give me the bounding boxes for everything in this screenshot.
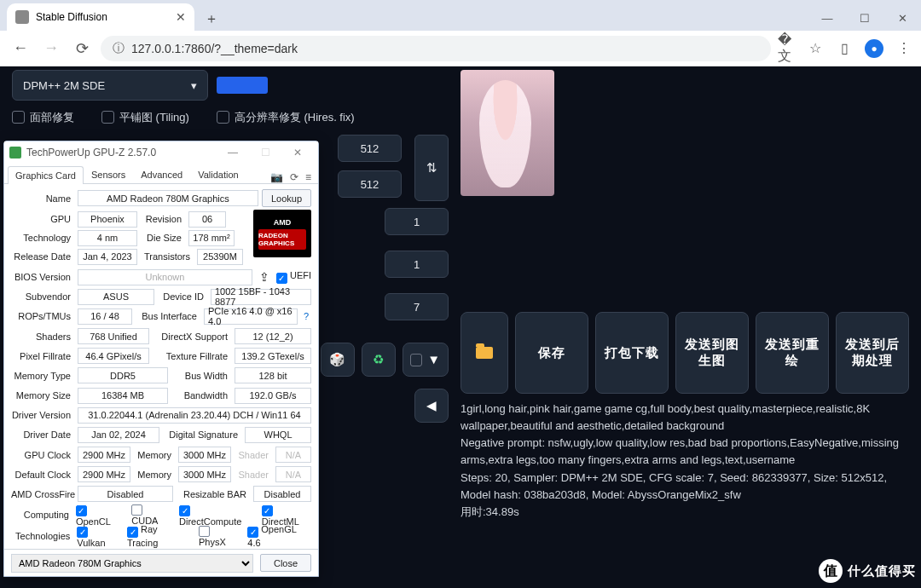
bookmark-icon[interactable]: ☆ bbox=[807, 40, 824, 57]
lbl-sh1: Shader bbox=[235, 450, 272, 460]
send-to-inpaint-button[interactable]: 发送到重绘 bbox=[756, 312, 829, 394]
tab-graphics-card[interactable]: Graphics Card bbox=[8, 166, 84, 184]
val-dx: 12 (12_2) bbox=[235, 328, 311, 344]
sampler-select[interactable]: DPM++ 2M SDE ▾ bbox=[12, 70, 208, 101]
share-icon[interactable]: ⇪ bbox=[256, 270, 273, 284]
reader-icon[interactable]: ▯ bbox=[836, 40, 853, 57]
profile-avatar[interactable]: ● bbox=[865, 39, 883, 58]
lbl-bw: Bus Width bbox=[171, 371, 231, 381]
cfg-input[interactable]: 7 bbox=[385, 293, 449, 320]
pack-download-button[interactable]: 打包下载 bbox=[595, 312, 669, 394]
face-restore-checkbox[interactable]: 面部修复 bbox=[12, 110, 74, 125]
forward-button[interactable]: → bbox=[39, 37, 63, 61]
lbl-band: Bandwidth bbox=[171, 390, 231, 401]
lbl-dclk: Default Clock bbox=[11, 470, 74, 480]
gpuz-close-button[interactable]: ✕ bbox=[282, 143, 313, 162]
watermark: 值 什么值得买 bbox=[819, 559, 916, 583]
val-pfill: 46.4 GPixel/s bbox=[78, 348, 149, 364]
lbl-rops: ROPs/TMUs bbox=[11, 311, 74, 321]
gpuz-minimize-button[interactable]: — bbox=[217, 143, 248, 162]
open-folder-button[interactable] bbox=[460, 312, 508, 394]
menu-icon[interactable]: ⋮ bbox=[895, 40, 912, 57]
cuda-checkbox[interactable]: CUDA bbox=[131, 504, 171, 526]
recycle-button[interactable]: ♻ bbox=[362, 343, 396, 377]
hamburger-icon[interactable]: ≡ bbox=[305, 171, 311, 183]
directml-checkbox[interactable]: DirectML bbox=[262, 503, 311, 527]
opencl-checkbox[interactable]: OpenCL bbox=[76, 503, 123, 527]
lbl-tfill: Texture Fillrate bbox=[153, 351, 231, 361]
lbl-dx: DirectX Support bbox=[153, 331, 231, 342]
close-tab-icon[interactable]: ✕ bbox=[176, 10, 186, 24]
negative-prompt-label: Negative prompt: bbox=[460, 436, 548, 449]
tab-sensors[interactable]: Sensors bbox=[84, 165, 133, 183]
generation-time: 用时:34.89s bbox=[460, 504, 909, 521]
vulkan-checkbox[interactable]: Vulkan bbox=[77, 524, 119, 548]
new-tab-button[interactable]: ＋ bbox=[200, 7, 223, 31]
val-die: 178 mm² bbox=[188, 230, 235, 246]
translate-icon[interactable]: �文 bbox=[778, 40, 795, 57]
opengl-checkbox[interactable]: OpenGL 4.6 bbox=[247, 524, 311, 548]
lbl-dmclk: Memory bbox=[134, 470, 175, 480]
folder-icon bbox=[476, 347, 493, 359]
bus-help-icon[interactable]: ? bbox=[301, 311, 311, 321]
screenshot-icon[interactable]: 📷 bbox=[270, 171, 283, 183]
gpuz-titlebar[interactable]: TechPowerUp GPU-Z 2.57.0 — ☐ ✕ bbox=[4, 141, 318, 164]
send-to-img2img-button[interactable]: 发送到图生图 bbox=[675, 312, 749, 394]
amd-logo: AMD RADEON GRAPHICS bbox=[253, 210, 311, 257]
gpuz-close-btn[interactable]: Close bbox=[260, 554, 311, 572]
swap-dimensions-button[interactable]: ⇅ bbox=[414, 135, 449, 201]
dice-button[interactable]: 🎲 bbox=[321, 343, 355, 377]
lbl-shaders: Shaders bbox=[11, 331, 74, 342]
val-dev: 1002 15BF - 1043 8877 bbox=[211, 289, 311, 305]
val-bios: Unknown bbox=[78, 269, 252, 285]
gpuz-window[interactable]: TechPowerUp GPU-Z 2.57.0 — ☐ ✕ Graphics … bbox=[3, 141, 319, 577]
uefi-checkbox[interactable]: UEFI bbox=[276, 270, 311, 284]
watermark-text: 什么值得买 bbox=[848, 563, 916, 579]
hires-fix-checkbox[interactable]: 高分辨率修复 (Hires. fix) bbox=[217, 110, 355, 125]
batch-count-input[interactable]: 1 bbox=[385, 208, 449, 235]
extra-toggle[interactable]: ▼ bbox=[403, 343, 449, 377]
val-bus: PCIe x16 4.0 @ x16 4.0 bbox=[204, 308, 298, 325]
reload-button[interactable]: ⟳ bbox=[70, 37, 94, 61]
val-ddate: Jan 02, 2024 bbox=[78, 427, 159, 443]
raytracing-checkbox[interactable]: Ray Tracing bbox=[127, 524, 190, 548]
window-close-button[interactable]: ✕ bbox=[883, 5, 921, 31]
val-tech: 4 nm bbox=[78, 230, 137, 246]
gpu-select[interactable]: AMD Radeon 780M Graphics bbox=[11, 554, 253, 573]
lbl-trans: Transistors bbox=[141, 251, 194, 262]
window-maximize-button[interactable]: ☐ bbox=[846, 5, 883, 31]
lbl-ddate: Driver Date bbox=[11, 429, 74, 440]
lbl-bus: Bus Interface bbox=[136, 311, 200, 321]
lbl-pfill: Pixel Fillrate bbox=[11, 351, 74, 361]
tab-advanced[interactable]: Advanced bbox=[133, 165, 190, 183]
browser-tab[interactable]: Stable Diffusion ✕ bbox=[7, 3, 194, 31]
progress-chip bbox=[217, 77, 268, 94]
val-sh2: N/A bbox=[275, 466, 311, 482]
address-bar[interactable]: ⓘ 127.0.0.1:7860/?__theme=dark bbox=[101, 36, 771, 61]
send-to-extras-button[interactable]: 发送到后期处理 bbox=[836, 312, 909, 394]
save-button[interactable]: 保存 bbox=[515, 312, 588, 394]
window-minimize-button[interactable]: — bbox=[808, 5, 846, 31]
tiling-checkbox[interactable]: 平铺图 (Tiling) bbox=[101, 110, 189, 125]
back-button[interactable]: ← bbox=[9, 37, 32, 61]
height-input[interactable]: 512 bbox=[338, 170, 402, 198]
lbl-dev: Device ID bbox=[158, 291, 207, 302]
batch-size-input[interactable]: 1 bbox=[385, 251, 449, 278]
lookup-button[interactable]: Lookup bbox=[262, 189, 311, 207]
url-text: 127.0.0.1:7860/?__theme=dark bbox=[131, 42, 298, 55]
tab-validation[interactable]: Validation bbox=[190, 165, 246, 183]
tab-title: Stable Diffusion bbox=[36, 11, 107, 23]
physx-checkbox[interactable]: PhysX bbox=[199, 526, 239, 547]
favicon-icon bbox=[15, 10, 29, 24]
refresh-icon[interactable]: ⟳ bbox=[290, 171, 298, 183]
val-name: AMD Radeon 780M Graphics bbox=[78, 190, 258, 206]
site-info-icon[interactable]: ⓘ bbox=[113, 41, 125, 56]
output-image-thumbnail[interactable] bbox=[460, 70, 554, 196]
collapse-button[interactable]: ◀ bbox=[414, 389, 449, 423]
val-rel: Jan 4, 2023 bbox=[78, 249, 137, 265]
gpuz-app-icon bbox=[9, 147, 21, 159]
val-gclk: 2900 MHz bbox=[78, 447, 130, 463]
lbl-msize: Memory Size bbox=[11, 390, 74, 401]
width-input[interactable]: 512 bbox=[338, 135, 402, 162]
directcompute-checkbox[interactable]: DirectCompute bbox=[179, 503, 253, 527]
